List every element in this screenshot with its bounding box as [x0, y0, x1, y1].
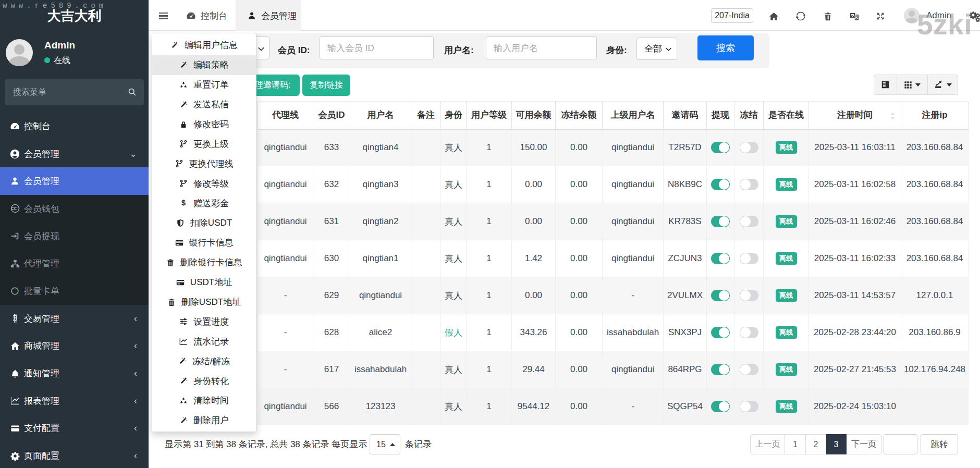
- svg-text:$: $: [181, 199, 186, 207]
